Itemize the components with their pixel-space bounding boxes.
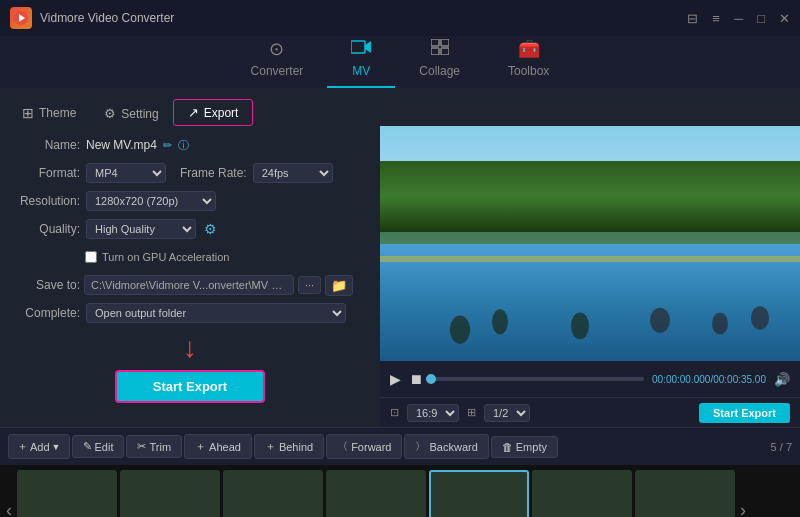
behind-button[interactable]: ＋ Behind: [254, 434, 324, 459]
titlebar-left: Vidmore Video Converter: [10, 7, 174, 29]
edit-icon-tb: ✎: [83, 440, 92, 453]
filmstrip-thumb-2[interactable]: 🖼: [120, 470, 220, 517]
plus-icon: ＋: [17, 439, 28, 454]
empty-button[interactable]: 🗑 Empty: [491, 436, 558, 458]
progress-bar[interactable]: [431, 377, 644, 381]
sub-tabs: ⊞ Theme ⚙ Setting ↗ Export: [0, 88, 800, 126]
browse-button[interactable]: ···: [298, 276, 321, 294]
trash-icon: 🗑: [502, 441, 513, 453]
edit-button[interactable]: ✎ Edit: [72, 435, 125, 458]
tab-export[interactable]: ↗ Export: [173, 99, 254, 126]
start-export-main-button[interactable]: Start Export: [115, 370, 265, 403]
gear-icon: ⚙: [104, 106, 116, 121]
app-icon: [10, 7, 32, 29]
video-controls-2: ⊡ 16:9 4:3 1:1 ⊞ 1/2 2/2 Start Export: [380, 397, 800, 427]
filmstrip-thumb-1[interactable]: 🖼: [17, 470, 117, 517]
ahead-label: Ahead: [209, 441, 241, 453]
resolution-row: Resolution: 1280x720 (720p) 1920x1080 (1…: [12, 190, 368, 212]
app-title: Vidmore Video Converter: [40, 11, 174, 25]
edit-icon[interactable]: ✏: [163, 139, 172, 152]
svg-point-10: [571, 312, 589, 339]
quality-settings-button[interactable]: ⚙: [202, 221, 219, 237]
left-panel: Name: New MV.mp4 ✏ ⓘ Format: MP4 MOV AVI…: [0, 126, 380, 427]
menu-icon[interactable]: ≡: [712, 11, 720, 26]
format-label: Format:: [12, 166, 80, 180]
resolution-select[interactable]: 1280x720 (720p) 1920x1080 (1080p) 640x48…: [86, 191, 216, 211]
titlebar: Vidmore Video Converter ⊟ ≡ ─ □ ✕: [0, 0, 800, 36]
video-controls: ▶ ⏹ 00:00:00.000/00:00:35.00 🔊: [380, 361, 800, 397]
maximize-icon[interactable]: □: [757, 11, 765, 26]
name-value: New MV.mp4: [86, 138, 157, 152]
play-button[interactable]: ▶: [390, 371, 401, 387]
arrow-down-icon: ↓: [183, 334, 197, 362]
progress-dot: [426, 374, 436, 384]
svg-point-12: [712, 312, 728, 334]
svg-rect-4: [431, 39, 439, 46]
converter-icon: ⊙: [269, 38, 284, 60]
complete-select[interactable]: Open output folder Do nothing Shut down: [86, 303, 346, 323]
stop-button[interactable]: ⏹: [409, 371, 423, 387]
filmstrip-thumb-4[interactable]: 🖼: [326, 470, 426, 517]
backward-icon: 〉: [415, 439, 426, 454]
filmstrip-thumb-5[interactable]: 🖼 00: ✕ ▶ ☆ ⏱: [429, 470, 529, 517]
nav-tabs: ⊙ Converter MV Collage 🧰 Toolbox: [0, 36, 800, 88]
video-preview: [380, 126, 800, 361]
titlebar-controls: ⊟ ≡ ─ □ ✕: [687, 11, 790, 26]
minimize-icon[interactable]: ─: [734, 11, 743, 26]
svg-point-8: [450, 316, 470, 344]
forward-button[interactable]: 〈 Forward: [326, 434, 402, 459]
svg-rect-5: [441, 39, 449, 46]
svg-point-13: [751, 306, 769, 330]
start-export-right-button[interactable]: Start Export: [699, 403, 790, 423]
arrow-area: ↓: [12, 330, 368, 364]
svg-rect-6: [431, 48, 439, 55]
quality-label: Quality:: [12, 222, 80, 236]
tab-toolbox-label: Toolbox: [508, 64, 549, 78]
main-content: Name: New MV.mp4 ✏ ⓘ Format: MP4 MOV AVI…: [0, 126, 800, 427]
expand-icon: ⊞: [467, 406, 476, 419]
pool-scene: [380, 126, 800, 361]
filmstrip-prev-button[interactable]: ‹: [4, 500, 14, 518]
tab-setting[interactable]: ⚙ Setting: [90, 101, 172, 126]
format-row: Format: MP4 MOV AVI Frame Rate: 24fps 30…: [12, 162, 368, 184]
gpu-row: Turn on GPU Acceleration: [12, 246, 368, 268]
filmstrip-thumb-6[interactable]: 🖼: [532, 470, 632, 517]
quality-row: Quality: High Quality Medium Quality Low…: [12, 218, 368, 240]
trim-icon: ✂: [137, 440, 146, 453]
svg-rect-7: [441, 48, 449, 55]
edit-label: Edit: [95, 441, 114, 453]
svg-point-11: [650, 308, 670, 333]
behind-icon: ＋: [265, 439, 276, 454]
tab-toolbox[interactable]: 🧰 Toolbox: [484, 32, 573, 88]
svg-rect-2: [351, 41, 365, 53]
page-select[interactable]: 1/2 2/2: [484, 404, 530, 422]
fps-select[interactable]: 24fps 30fps 60fps: [253, 163, 333, 183]
toolbox-icon: 🧰: [518, 38, 540, 60]
filmstrip-thumb-3[interactable]: 🖼: [223, 470, 323, 517]
close-icon[interactable]: ✕: [779, 11, 790, 26]
open-folder-button[interactable]: 📁: [325, 275, 353, 296]
ahead-button[interactable]: ＋ Ahead: [184, 434, 252, 459]
filmstrip-thumb-7[interactable]: 🖼: [635, 470, 735, 517]
chat-icon[interactable]: ⊟: [687, 11, 698, 26]
right-panel: ▶ ⏹ 00:00:00.000/00:00:35.00 🔊 ⊡ 16:9 4:…: [380, 126, 800, 427]
volume-icon[interactable]: 🔊: [774, 372, 790, 387]
page-indicator: 5 / 7: [771, 441, 792, 453]
add-button[interactable]: ＋ Add ▼: [8, 434, 70, 459]
ratio-icon: ⊡: [390, 406, 399, 419]
trim-label: Trim: [149, 441, 171, 453]
backward-button[interactable]: 〉 Backward: [404, 434, 488, 459]
complete-label: Complete:: [12, 306, 80, 320]
trim-button[interactable]: ✂ Trim: [126, 435, 182, 458]
tab-mv[interactable]: MV: [327, 33, 395, 88]
gpu-checkbox[interactable]: [85, 251, 97, 263]
collage-icon: [431, 39, 449, 60]
export-icon: ↗: [188, 105, 199, 120]
ratio-select[interactable]: 16:9 4:3 1:1: [407, 404, 459, 422]
tab-collage[interactable]: Collage: [395, 33, 484, 88]
quality-select[interactable]: High Quality Medium Quality Low Quality: [86, 219, 196, 239]
format-select[interactable]: MP4 MOV AVI: [86, 163, 166, 183]
filmstrip-next-button[interactable]: ›: [738, 500, 748, 518]
tab-theme[interactable]: ⊞ Theme: [8, 100, 90, 126]
tab-converter[interactable]: ⊙ Converter: [227, 32, 328, 88]
